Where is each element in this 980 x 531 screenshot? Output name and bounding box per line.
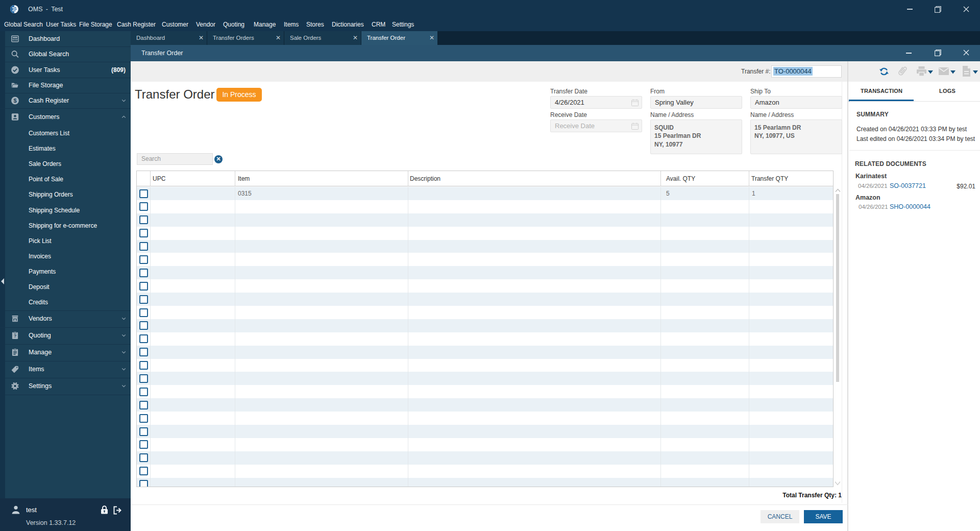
svg-text:$: $ — [13, 98, 17, 104]
svg-text:?: ? — [14, 333, 16, 339]
